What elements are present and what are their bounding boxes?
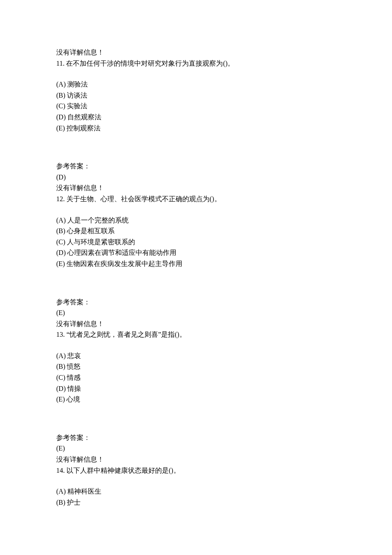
answer-key: (E) [56, 307, 336, 318]
choice-a: (A) 悲哀 [56, 350, 336, 361]
question-text: “忧者见之则忧，喜者见之则喜”是指()。 [66, 331, 186, 338]
choices-block: (A) 人是一个完整的系统 (B) 心身是相互联系 (C) 人与环境是紧密联系的… [56, 215, 336, 269]
choice-c: (C) 人与环境是紧密联系的 [56, 237, 336, 248]
choice-a: (A) 测验法 [56, 79, 336, 90]
no-explain: 没有详解信息！ [56, 454, 336, 465]
answer-key: (E) [56, 443, 336, 454]
choice-d: (D) 自然观察法 [56, 112, 336, 123]
choice-c: (C) 实验法 [56, 101, 336, 112]
choice-b: (B) 访谈法 [56, 90, 336, 101]
choice-e: (E) 生物因素在疾病发生发展中起主导作用 [56, 258, 336, 269]
choice-e: (E) 心境 [56, 394, 336, 405]
choice-b: (B) 愤怒 [56, 361, 336, 372]
choices-block: (A) 测验法 (B) 访谈法 (C) 实验法 (D) 自然观察法 (E) 控制… [56, 79, 336, 133]
question-number: 11. [56, 60, 64, 67]
choice-b: (B) 心身是相互联系 [56, 225, 336, 237]
question-text: 关于生物、心理、社会医学模式不正确的观点为()。 [66, 195, 221, 202]
question-stem: 12. 关于生物、心理、社会医学模式不正确的观点为()。 [56, 194, 336, 205]
choice-b: (B) 护士 [56, 497, 336, 508]
no-explain-header: 没有详解信息！ [56, 47, 336, 58]
question-text: 以下人群中精神健康状态最好的是()。 [66, 467, 180, 474]
choice-a: (A) 精神科医生 [56, 486, 336, 497]
choice-c: (C) 情感 [56, 372, 336, 383]
choice-d: (D) 情操 [56, 383, 336, 394]
answer-label: 参考答案： [56, 297, 336, 308]
no-explain: 没有详解信息！ [56, 182, 336, 194]
question-text: 在不加任何干涉的情境中对研究对象行为直接观察为()。 [66, 60, 234, 67]
answer-label: 参考答案： [56, 161, 336, 172]
question-number: 12. [56, 195, 65, 202]
question-number: 13. [56, 331, 65, 338]
no-explain: 没有详解信息！ [56, 318, 336, 330]
answer-key: (D) [56, 172, 336, 183]
question-stem: 13. “忧者见之则忧，喜者见之则喜”是指()。 [56, 329, 336, 340]
question-number: 14. [56, 467, 65, 474]
question-stem: 11. 在不加任何干涉的情境中对研究对象行为直接观察为()。 [56, 58, 336, 69]
choice-e: (E) 控制观察法 [56, 123, 336, 134]
question-stem: 14. 以下人群中精神健康状态最好的是()。 [56, 465, 336, 476]
choice-a: (A) 人是一个完整的系统 [56, 215, 336, 226]
answer-label: 参考答案： [56, 432, 336, 443]
choice-d: (D) 心理因素在调节和适应中有能动作用 [56, 247, 336, 258]
choices-block: (A) 精神科医生 (B) 护士 [56, 486, 336, 508]
choices-block: (A) 悲哀 (B) 愤怒 (C) 情感 (D) 情操 (E) 心境 [56, 350, 336, 405]
